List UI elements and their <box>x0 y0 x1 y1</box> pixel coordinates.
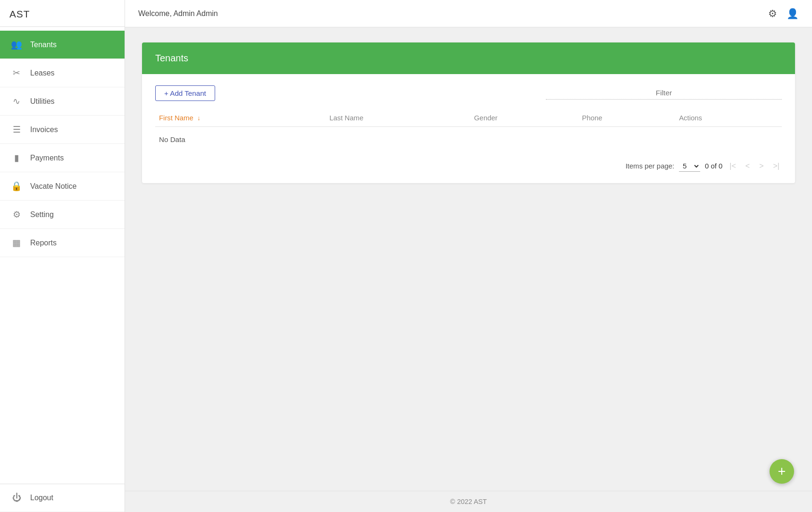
card-header: Tenants <box>142 42 795 74</box>
pagination-count: 0 of 0 <box>705 162 722 170</box>
tenants-table: First Name ↓ Last Name Gender Phone <box>155 109 782 152</box>
table-body: No Data <box>155 127 782 152</box>
invoices-icon: ☰ <box>10 124 23 135</box>
table-head: First Name ↓ Last Name Gender Phone <box>155 109 782 127</box>
sidebar: AST 👥Tenants✂Leases∿Utilities☰Invoices▮P… <box>0 0 125 512</box>
sidebar-item-leases-label: Leases <box>30 69 55 77</box>
sidebar-item-utilities[interactable]: ∿Utilities <box>0 87 125 116</box>
col-phone: Phone <box>578 109 676 127</box>
utilities-icon: ∿ <box>10 96 23 107</box>
no-data-row: No Data <box>155 127 782 152</box>
table-header-row: First Name ↓ Last Name Gender Phone <box>155 109 782 127</box>
reports-icon: ▦ <box>10 237 23 248</box>
col-first-name: First Name ↓ <box>155 109 326 127</box>
table-toolbar: + Add Tenant <box>155 85 782 101</box>
fab-add-button[interactable]: + <box>770 459 794 484</box>
first-page-button[interactable]: |< <box>727 161 738 171</box>
tenants-card: Tenants + Add Tenant First Name ↓ <box>142 42 795 183</box>
col-first-name-label: First Name <box>159 114 193 122</box>
col-last-name: Last Name <box>326 109 470 127</box>
header: Welcome, Admin Admin ⚙ 👤 <box>125 0 812 27</box>
profile-icon[interactable]: 👤 <box>787 8 799 19</box>
leases-icon: ✂ <box>10 67 23 78</box>
items-per-page-select[interactable]: 5 10 25 50 <box>679 160 700 172</box>
col-actions-label: Actions <box>679 114 702 122</box>
main-area: Welcome, Admin Admin ⚙ 👤 Tenants + Add T… <box>125 0 812 512</box>
sidebar-item-vacate-notice[interactable]: 🔒Vacate Notice <box>0 172 125 201</box>
sort-icon-first-name[interactable]: ↓ <box>197 115 201 122</box>
col-actions: Actions <box>675 109 782 127</box>
items-per-page-label: Items per page: <box>626 162 674 170</box>
col-gender-label: Gender <box>474 114 498 122</box>
tenants-icon: 👥 <box>10 39 23 50</box>
sidebar-item-utilities-label: Utilities <box>30 97 55 106</box>
sidebar-item-tenants[interactable]: 👥Tenants <box>0 31 125 59</box>
last-page-button[interactable]: >| <box>771 161 782 171</box>
sidebar-item-reports[interactable]: ▦Reports <box>0 229 125 257</box>
header-actions: ⚙ 👤 <box>768 8 799 19</box>
col-gender: Gender <box>470 109 578 127</box>
col-phone-label: Phone <box>582 114 603 122</box>
sidebar-item-logout-label: Logout <box>30 494 53 502</box>
filter-input[interactable] <box>546 87 782 100</box>
settings-icon[interactable]: ⚙ <box>768 8 777 19</box>
sidebar-item-leases[interactable]: ✂Leases <box>0 59 125 87</box>
sidebar-item-invoices-label: Invoices <box>30 126 58 134</box>
vacate-notice-icon: 🔒 <box>10 181 23 192</box>
welcome-text: Welcome, Admin Admin <box>138 9 218 18</box>
setting-icon: ⚙ <box>10 209 23 220</box>
sidebar-item-payments[interactable]: ▮Payments <box>0 144 125 172</box>
sidebar-item-invoices[interactable]: ☰Invoices <box>0 116 125 144</box>
sidebar-item-setting-label: Setting <box>30 210 54 219</box>
col-last-name-label: Last Name <box>329 114 363 122</box>
sidebar-item-setting[interactable]: ⚙Setting <box>0 201 125 229</box>
app-logo: AST <box>0 0 125 27</box>
card-title: Tenants <box>155 53 188 63</box>
sidebar-item-logout[interactable]: ⏻ Logout <box>0 484 125 512</box>
no-data-cell: No Data <box>155 127 782 152</box>
sidebar-item-reports-label: Reports <box>30 239 57 247</box>
footer-text: © 2022 AST <box>450 498 487 505</box>
payments-icon: ▮ <box>10 152 23 163</box>
logout-icon: ⏻ <box>10 493 23 503</box>
sidebar-nav: 👥Tenants✂Leases∿Utilities☰Invoices▮Payme… <box>0 31 125 484</box>
footer: © 2022 AST <box>125 491 812 512</box>
pagination-bar: Items per page: 5 10 25 50 0 of 0 |< < >… <box>155 160 782 172</box>
next-page-button[interactable]: > <box>757 161 766 171</box>
sidebar-item-payments-label: Payments <box>30 154 64 162</box>
sidebar-bottom: ⏻ Logout <box>0 484 125 512</box>
add-tenant-button[interactable]: + Add Tenant <box>155 85 215 101</box>
sidebar-item-vacate-notice-label: Vacate Notice <box>30 182 76 191</box>
sidebar-item-tenants-label: Tenants <box>30 41 57 49</box>
prev-page-button[interactable]: < <box>743 161 752 171</box>
card-body: + Add Tenant First Name ↓ Last Name <box>142 74 795 183</box>
content-area: Tenants + Add Tenant First Name ↓ <box>125 27 812 491</box>
